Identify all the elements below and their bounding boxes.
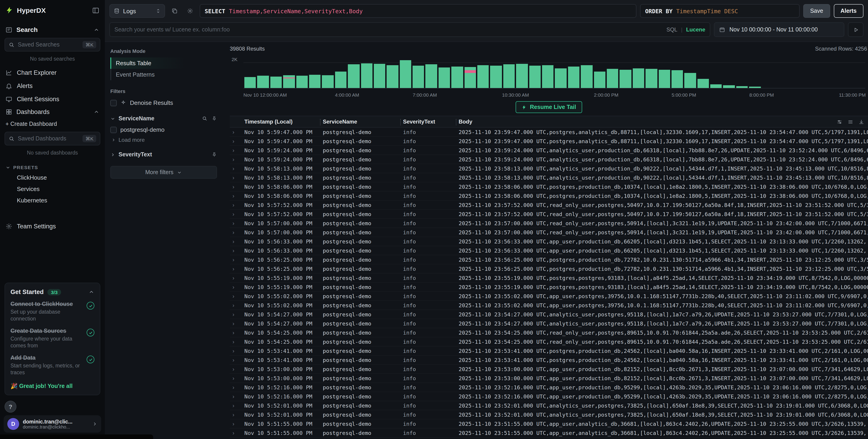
chevron-up-icon[interactable] bbox=[93, 27, 99, 33]
histogram-bar[interactable] bbox=[490, 66, 502, 88]
histogram-bar[interactable] bbox=[322, 75, 334, 88]
table-row[interactable]: ›Nov 10 5:54:25.000 PMpostgresql-demoinf… bbox=[230, 337, 868, 346]
column-header-servicename[interactable]: ServiceName bbox=[320, 119, 400, 125]
chevron-up-icon[interactable] bbox=[88, 289, 94, 295]
table-row[interactable]: ›Nov 10 5:55:02.000 PMpostgresql-demoinf… bbox=[230, 301, 868, 310]
histogram-bar[interactable] bbox=[581, 65, 592, 88]
checkbox[interactable] bbox=[110, 126, 117, 133]
histogram-bar[interactable] bbox=[426, 64, 437, 88]
expand-row-icon[interactable]: › bbox=[230, 284, 242, 290]
table-row[interactable]: ›Nov 10 5:53:00.000 PMpostgresql-demoinf… bbox=[230, 365, 868, 374]
more-filters-button[interactable]: More filters bbox=[110, 166, 217, 179]
select-columns-input[interactable]: SELECT Timestamp,ServiceName,SeverityTex… bbox=[200, 4, 637, 18]
chevron-up-icon[interactable] bbox=[93, 109, 99, 115]
table-row[interactable]: ›Nov 10 5:55:02.000 PMpostgresql-demoinf… bbox=[230, 292, 868, 301]
table-row[interactable]: ›Nov 10 5:59:24.000 PMpostgresql-demoinf… bbox=[230, 155, 868, 164]
date-range-picker[interactable]: Nov 10 00:00:00 - Nov 11 00:00:00 bbox=[714, 22, 844, 37]
expand-row-icon[interactable]: › bbox=[230, 129, 242, 135]
histogram-bar[interactable] bbox=[529, 66, 541, 88]
user-menu[interactable]: D dominic.tran@clic... dominic.tran@clic… bbox=[4, 415, 101, 433]
histogram-bar[interactable] bbox=[568, 66, 580, 88]
table-row[interactable]: ›Nov 10 5:56:33.000 PMpostgresql-demoinf… bbox=[230, 246, 868, 255]
table-row[interactable]: ›Nov 10 5:51:55.000 PMpostgresql-demoinf… bbox=[230, 419, 868, 429]
sidebar-item-dashboards[interactable]: Dashboards bbox=[5, 106, 100, 118]
expand-row-icon[interactable]: › bbox=[230, 430, 242, 436]
denoise-checkbox[interactable] bbox=[110, 100, 117, 106]
preset-item[interactable]: Services bbox=[5, 183, 100, 195]
histogram-bar[interactable] bbox=[749, 87, 761, 88]
histogram-bar[interactable] bbox=[736, 86, 748, 88]
mode-sql-toggle[interactable]: SQL bbox=[666, 26, 677, 33]
expand-row-icon[interactable]: › bbox=[230, 211, 242, 217]
copy-query-button[interactable] bbox=[169, 5, 181, 17]
table-row[interactable]: ›Nov 10 5:51:55.000 PMpostgresql-demoinf… bbox=[230, 429, 868, 438]
histogram-bar[interactable] bbox=[439, 68, 450, 88]
table-row[interactable]: ›Nov 10 5:55:19.000 PMpostgresql-demoinf… bbox=[230, 283, 868, 292]
histogram-bar[interactable] bbox=[361, 63, 372, 88]
denoise-results-toggle[interactable]: Denoise Results bbox=[110, 98, 217, 108]
saved-searches-input[interactable]: Saved Searches ⌘K bbox=[5, 38, 100, 52]
column-resize-handle[interactable] bbox=[320, 119, 320, 125]
table-row[interactable]: ›Nov 10 5:57:00.000 PMpostgresql-demoinf… bbox=[230, 219, 868, 228]
histogram-bar[interactable] bbox=[607, 69, 618, 88]
expand-row-icon[interactable]: › bbox=[230, 411, 242, 418]
expand-row-icon[interactable]: › bbox=[230, 175, 242, 181]
expand-row-icon[interactable]: › bbox=[230, 302, 242, 308]
expand-row-icon[interactable]: › bbox=[230, 357, 242, 363]
histogram-bar[interactable] bbox=[594, 71, 606, 88]
alerts-button[interactable]: Alerts bbox=[834, 4, 863, 18]
sidebar-item-client-sessions[interactable]: Client Sessions bbox=[5, 93, 100, 106]
table-row[interactable]: ›Nov 10 5:59:24.000 PMpostgresql-demoinf… bbox=[230, 146, 868, 155]
expand-row-icon[interactable]: › bbox=[230, 366, 242, 372]
expand-row-icon[interactable]: › bbox=[230, 138, 242, 144]
get-started-step[interactable]: Add Data Start sending logs, metrics, or… bbox=[10, 355, 94, 376]
histogram-bar[interactable] bbox=[646, 69, 657, 88]
column-resize-handle[interactable] bbox=[456, 119, 456, 125]
histogram-bar[interactable] bbox=[464, 67, 476, 88]
histogram-bar[interactable] bbox=[257, 76, 269, 88]
expand-row-icon[interactable]: › bbox=[230, 384, 242, 390]
collapse-sidebar-icon[interactable] bbox=[92, 7, 99, 14]
get-started-step[interactable]: Create Data Sources Configure where your… bbox=[10, 328, 94, 349]
mode-event-patterns[interactable]: Event Patterns bbox=[110, 69, 217, 80]
presets-section[interactable]: PRESETS bbox=[5, 164, 99, 170]
expand-row-icon[interactable]: › bbox=[230, 293, 242, 299]
resume-live-tail-button[interactable]: Resume Live Tail bbox=[516, 101, 582, 113]
histogram-bar[interactable] bbox=[684, 73, 696, 88]
table-row[interactable]: ›Nov 10 5:53:00.000 PMpostgresql-demoinf… bbox=[230, 374, 868, 383]
expand-row-icon[interactable]: › bbox=[230, 339, 242, 345]
histogram-bar[interactable] bbox=[516, 64, 528, 88]
save-button[interactable]: Save bbox=[803, 4, 830, 18]
table-row[interactable]: ›Nov 10 5:56:25.000 PMpostgresql-demoinf… bbox=[230, 255, 868, 264]
histogram-bar[interactable] bbox=[658, 69, 670, 88]
expand-row-icon[interactable]: › bbox=[230, 202, 242, 208]
expand-row-icon[interactable]: › bbox=[230, 320, 242, 326]
column-header-timestamp[interactable]: Timestamp (Local) bbox=[242, 119, 320, 125]
table-row[interactable]: ›Nov 10 5:56:33.000 PMpostgresql-demoinf… bbox=[230, 237, 868, 246]
table-row[interactable]: ›Nov 10 5:58:06.000 PMpostgresql-demoinf… bbox=[230, 191, 868, 200]
histogram-bar[interactable] bbox=[710, 84, 722, 88]
preset-item[interactable]: ClickHouse bbox=[5, 172, 100, 183]
histogram-bar[interactable] bbox=[387, 65, 398, 88]
table-row[interactable]: ›Nov 10 5:58:13.000 PMpostgresql-demoinf… bbox=[230, 173, 868, 182]
histogram-bar[interactable] bbox=[477, 65, 489, 88]
histogram-bar[interactable] bbox=[296, 76, 308, 88]
table-settings-icon[interactable] bbox=[837, 119, 842, 125]
histogram-bar[interactable] bbox=[542, 65, 554, 88]
expand-row-icon[interactable]: › bbox=[230, 229, 242, 236]
filter-option[interactable]: postgresql-demo bbox=[110, 124, 217, 135]
table-row[interactable]: ›Nov 10 5:57:52.000 PMpostgresql-demoinf… bbox=[230, 210, 868, 219]
table-row[interactable]: ›Nov 10 5:56:25.000 PMpostgresql-demoinf… bbox=[230, 264, 868, 274]
histogram-bar[interactable] bbox=[412, 66, 424, 88]
table-row[interactable]: ›Nov 10 5:54:27.000 PMpostgresql-demoinf… bbox=[230, 319, 868, 328]
source-select[interactable]: Logs bbox=[110, 4, 165, 18]
expand-row-icon[interactable]: › bbox=[230, 330, 242, 336]
expand-row-icon[interactable]: › bbox=[230, 184, 242, 190]
histogram-bar[interactable] bbox=[283, 75, 295, 88]
saved-dashboards-input[interactable]: Saved Dashboards ⌘K bbox=[5, 132, 100, 146]
table-row[interactable]: ›Nov 10 5:59:47.000 PMpostgresql-demoinf… bbox=[230, 137, 868, 146]
histogram-bar[interactable] bbox=[335, 71, 346, 88]
histogram-bar[interactable] bbox=[374, 64, 385, 88]
table-row[interactable]: ›Nov 10 5:52:01.000 PMpostgresql-demoinf… bbox=[230, 410, 868, 419]
sidebar-item-team-settings[interactable]: Team Settings bbox=[5, 220, 100, 233]
